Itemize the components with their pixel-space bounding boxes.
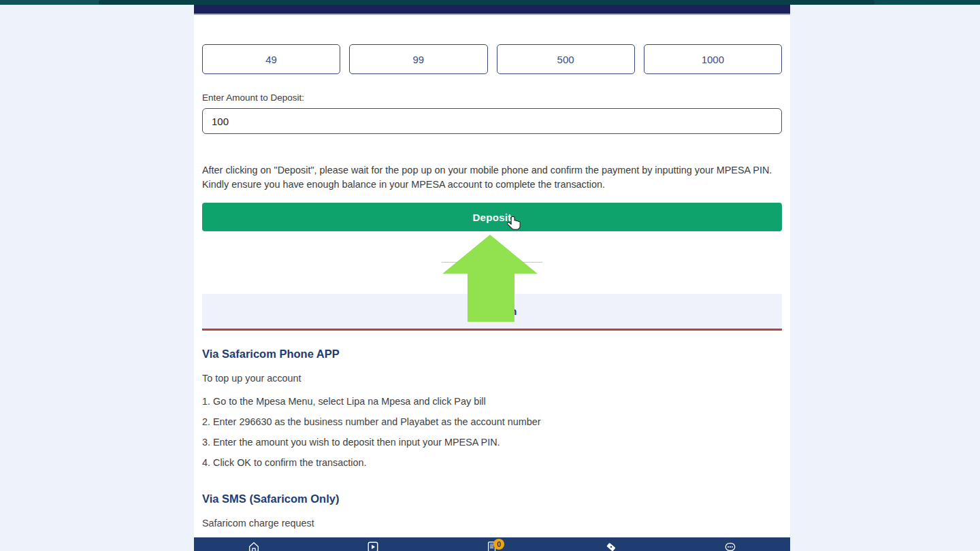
- via-app-heading: Via Safaricom Phone APP: [202, 346, 782, 361]
- list-item: 1. Go to the Mpesa Menu, select Lipa na …: [202, 395, 782, 408]
- nav-item-ticket[interactable]: [552, 537, 671, 551]
- via-app-intro: To top up your account: [202, 371, 782, 385]
- app-steps-list: 1. Go to the Mpesa Menu, select Lipa na …: [202, 395, 782, 469]
- ticket-icon: [605, 541, 617, 551]
- nav-item-home[interactable]: [194, 537, 313, 551]
- bottom-nav-bar: 0: [194, 537, 790, 551]
- quick-amount-button-1000[interactable]: 1000: [644, 44, 782, 74]
- betslip-badge: 0: [493, 539, 504, 550]
- window-top-bar-tab: [99, 0, 875, 5]
- hand-pointer-cursor: [506, 215, 523, 233]
- chat-more-icon: [724, 541, 736, 551]
- deposit-instructions: After clicking on "Deposit", please wait…: [202, 163, 782, 192]
- via-sms-intro: Safaricom charge request: [202, 516, 782, 530]
- quick-amount-button-500[interactable]: 500: [497, 44, 635, 74]
- live-video-icon: [367, 541, 379, 551]
- quick-amount-button-49[interactable]: 49: [202, 44, 340, 74]
- quick-amount-row: 49 99 500 1000: [202, 44, 782, 74]
- nav-item-betslip[interactable]: 0: [432, 537, 551, 551]
- amount-input[interactable]: [202, 108, 782, 134]
- nav-item-chat[interactable]: [671, 537, 790, 551]
- window-top-bar: [0, 0, 980, 5]
- amount-label: Enter Amount to Deposit:: [202, 93, 782, 103]
- nav-item-live[interactable]: [313, 537, 432, 551]
- quick-amount-button-99[interactable]: 99: [349, 44, 487, 74]
- list-item: 4. Click OK to confirm the transaction.: [202, 456, 782, 469]
- home-icon: [248, 541, 260, 551]
- list-item: 3. Enter the amount you wish to deposit …: [202, 435, 782, 449]
- page-header-strip: [194, 5, 790, 15]
- list-item: 2. Enter 296630 as the business number a…: [202, 415, 782, 429]
- deposit-button[interactable]: Deposit: [202, 203, 782, 231]
- via-sms-heading: Via SMS (Safaricom Only): [202, 491, 782, 506]
